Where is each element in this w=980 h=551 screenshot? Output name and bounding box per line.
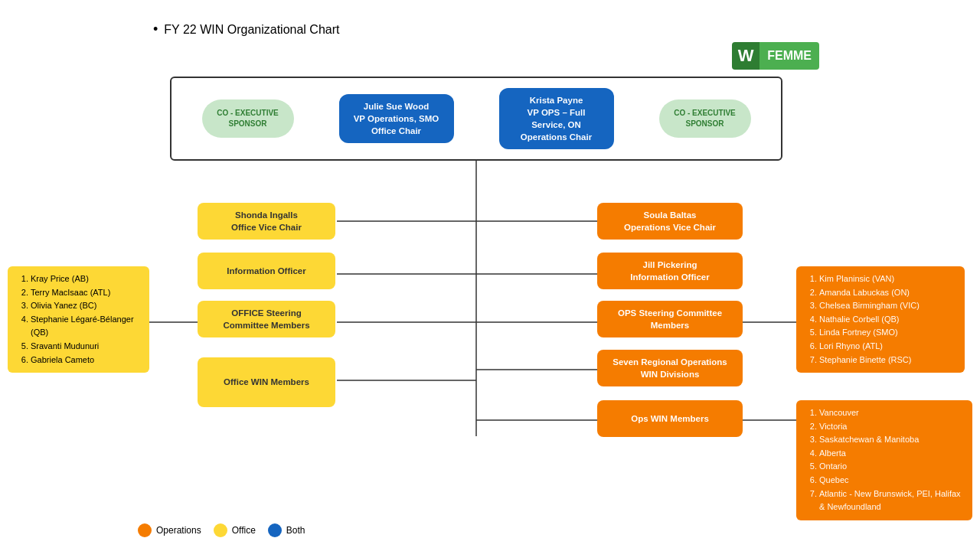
operations-color xyxy=(138,523,152,537)
seven-regional-node: Seven Regional Operations WIN Divisions xyxy=(597,350,743,386)
list-item: Terry MacIsaac (ATL) xyxy=(31,286,140,300)
legend-both: Both xyxy=(268,523,305,537)
bullet-icon: • xyxy=(153,21,158,37)
list-item: Victoria xyxy=(819,420,963,434)
office-members-node: Office WIN Members xyxy=(198,357,335,407)
office-color xyxy=(214,523,227,537)
shonda-node: Shonda Ingalls Office Vice Chair xyxy=(198,203,335,240)
list-item: Nathalie Corbell (QB) xyxy=(819,313,956,327)
soula-node: Soula Baltas Operations Vice Chair xyxy=(597,203,743,240)
legend-office: Office xyxy=(214,523,256,537)
list-item: Kray Price (AB) xyxy=(31,272,140,286)
legend-operations: Operations xyxy=(138,523,201,537)
page-title: • FY 22 WIN Organizational Chart xyxy=(153,21,339,37)
steering-node: OFFICE Steering Committee Members xyxy=(198,301,335,337)
list-item: Ontario xyxy=(819,460,963,474)
list-item: Atlantic - New Brunswick, PEI, Halifax &… xyxy=(819,487,963,514)
list-item: Alberta xyxy=(819,447,963,461)
list-item: Olivia Yanez (BC) xyxy=(31,299,140,313)
julie-node: Julie Sue Wood VP Operations, SMO Office… xyxy=(339,94,454,143)
ops-win-node: Ops WIN Members xyxy=(597,400,743,437)
co-exec-sponsor-left: CO - EXECUTIVE SPONSOR xyxy=(202,99,294,138)
top-box: CO - EXECUTIVE SPONSOR Julie Sue Wood VP… xyxy=(170,77,782,161)
left-list-box: Kray Price (AB)Terry MacIsaac (ATL)Olivi… xyxy=(8,266,149,373)
list-item: Linda Fortney (SMO) xyxy=(819,326,956,340)
list-item: Chelsea Birmingham (VIC) xyxy=(819,299,956,313)
list-item: Stephanie Binette (RSC) xyxy=(819,354,956,367)
list-item: Saskatchewan & Manitoba xyxy=(819,433,963,447)
list-item: Vancouver xyxy=(819,406,963,420)
list-item: Gabriela Cameto xyxy=(31,354,140,367)
co-exec-sponsor-right: CO - EXECUTIVE SPONSOR xyxy=(659,99,751,138)
logo: W FEMME xyxy=(732,42,819,70)
list-item: Lori Rhyno (ATL) xyxy=(819,340,956,354)
list-item: Amanda Labuckas (ON) xyxy=(819,286,956,300)
list-item: Kim Planinsic (VAN) xyxy=(819,272,956,286)
logo-w: W xyxy=(732,42,760,70)
list-item: Stephanie Légaré-Bélanger (QB) xyxy=(31,313,140,340)
list-item: Quebec xyxy=(819,474,963,487)
right-list-bottom: VancouverVictoriaSaskatchewan & Manitoba… xyxy=(796,400,972,520)
right-list-top: Kim Planinsic (VAN)Amanda Labuckas (ON)C… xyxy=(796,266,965,373)
jill-node: Jill Pickering Information Officer xyxy=(597,253,743,289)
both-color xyxy=(268,523,282,537)
logo-femme: FEMME xyxy=(760,42,819,70)
list-item: Sravanti Mudunuri xyxy=(31,340,140,354)
ops-steering-node: OPS Steering Committee Members xyxy=(597,301,743,337)
legend: Operations Office Both xyxy=(138,523,305,537)
krista-node: Krista Payne VP OPS – Full Service, ON O… xyxy=(499,88,614,149)
info-officer-node: Information Officer xyxy=(198,253,335,289)
